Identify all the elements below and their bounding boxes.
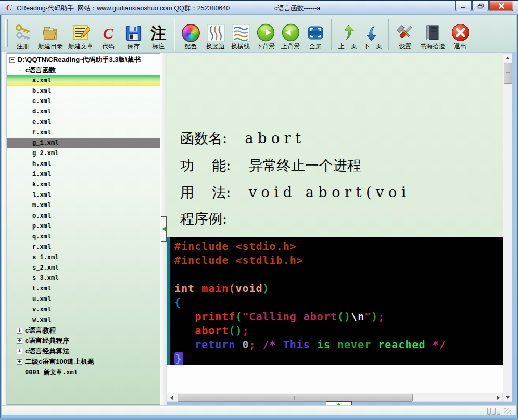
blank-area [167, 365, 503, 393]
tree-item[interactable]: v.xml [7, 304, 160, 315]
restore-button[interactable] [472, 1, 489, 11]
triangle-right-icon [497, 396, 500, 400]
splitter-collapse-handle[interactable] [161, 216, 167, 242]
tree-item[interactable]: +c语言经典程序 [7, 336, 160, 346]
toolbar-button-save[interactable]: 保存 [121, 15, 145, 50]
app-logo-icon: C [6, 3, 12, 12]
window-controls [454, 1, 513, 11]
vertical-scrollbar[interactable] [503, 53, 512, 402]
grip-bars-icon [486, 408, 500, 415]
expand-box-icon[interactable]: + [17, 328, 22, 334]
tree-item[interactable]: −D:\QQTN\CReading-代码助手3.3版\藏书 [7, 55, 160, 65]
tree-item-label: r.xml [32, 244, 51, 251]
tree-item[interactable]: +二级c语言100道上机题 [7, 357, 160, 367]
tree-item[interactable]: p.xml [7, 221, 160, 232]
left-edge-strip [2, 52, 7, 405]
toolbar-button-books[interactable]: 书海拾遗 [418, 15, 447, 50]
toolbar-button-annotate[interactable]: 注标注 [146, 15, 170, 50]
tree-item[interactable]: g_1.xml [7, 138, 160, 148]
tree-item[interactable]: t.xml [7, 284, 160, 294]
toolbar-button-keys[interactable]: 注册 [11, 15, 35, 50]
triangle-down-icon [506, 396, 510, 399]
document-title: c语言函数------a [274, 4, 320, 13]
toolbar-button-settings[interactable]: 设置 [393, 15, 417, 50]
tree-item[interactable]: r.xml [7, 242, 160, 252]
toolbar-button-prev-page[interactable]: 上一页 [336, 15, 360, 50]
tree-item-label: u.xml [32, 296, 51, 303]
minimize-button[interactable] [455, 1, 472, 11]
tree-item[interactable]: o.xml [7, 211, 160, 221]
tree-item[interactable]: h.xml [7, 159, 160, 169]
toolbar-button-label: 全屏 [309, 43, 322, 50]
tree-item[interactable]: u.xml [7, 294, 160, 304]
tree-item[interactable]: s_1.xml [7, 252, 160, 263]
new-folder-icon [41, 20, 60, 42]
tree-item[interactable]: l.xml [7, 190, 160, 200]
next-background-icon [256, 20, 275, 42]
tree-item[interactable]: s_2.xml [7, 263, 160, 273]
scroll-left-button[interactable] [167, 393, 175, 401]
vertical-scroll-thumb[interactable] [504, 63, 512, 84]
tree-item-label: c语言教程 [25, 326, 56, 335]
horizontal-scrollbar[interactable] [167, 393, 503, 402]
toolbar-button-prev-background[interactable]: 上背景 [279, 15, 302, 50]
tree-item-label: q.xml [32, 233, 51, 240]
splitter[interactable] [160, 53, 167, 405]
example-label-line: 程序例: [180, 210, 227, 228]
tree-item[interactable]: c.xml [7, 96, 160, 107]
tree-item-label: w.xml [32, 316, 51, 324]
toolbar-button-code-c[interactable]: C代码 [96, 15, 120, 50]
tree-item-label: D:\QQTN\CReading-代码助手3.3版\藏书 [18, 55, 141, 65]
tree-item-label: d.xml [32, 108, 51, 116]
expand-box-icon[interactable]: + [17, 338, 22, 344]
close-icon [498, 3, 505, 9]
prev-page-icon [338, 20, 358, 42]
tree-item-label: g_2.xml [32, 150, 58, 157]
tree-item[interactable]: i.xml [7, 169, 160, 180]
close-button[interactable] [489, 1, 513, 11]
toolbar-button-vertical-waves[interactable]: 换竖边 [204, 15, 228, 50]
tree-item-label: m.xml [32, 202, 51, 209]
books-icon [423, 20, 443, 42]
tree-item[interactable]: k.xml [7, 180, 160, 190]
tree-item[interactable]: d.xml [7, 107, 160, 117]
toolbar-button-new-article[interactable]: 新建文章 [66, 15, 95, 50]
tree-item[interactable]: e.xml [7, 117, 160, 128]
document-pane[interactable]: 函数名: a b o r t 功 能: 异常终止一个进程 用 法: v o i … [167, 53, 503, 393]
scroll-down-button[interactable] [503, 393, 512, 401]
toolbar-button-palette[interactable]: 配色 [179, 15, 203, 50]
tree-item[interactable]: +c语言教程 [7, 325, 160, 336]
tree-item[interactable]: −c语言函数 [7, 65, 160, 75]
resize-grip-icon[interactable] [504, 408, 511, 414]
toolbar-button-next-background[interactable]: 下背景 [254, 15, 277, 50]
tree-item[interactable]: m.xml [7, 200, 160, 211]
toolbar-button-horizontal-waves[interactable]: 换横线 [229, 15, 252, 50]
tree-item[interactable]: s_3.xml [7, 273, 160, 284]
tree-item-label: e.xml [32, 119, 51, 126]
code-line: #include <stdlib.h> [174, 253, 503, 268]
tree-item[interactable]: g_2.xml [7, 148, 160, 159]
expand-box-icon[interactable]: + [17, 349, 22, 354]
toolbar-button-fullscreen[interactable]: 全屏 [304, 15, 327, 50]
tree-item-label: c语言函数 [25, 66, 56, 75]
tree-item[interactable]: a.xml [7, 75, 160, 86]
tree-item-label: t.xml [32, 285, 51, 292]
expand-box-icon[interactable]: + [17, 359, 22, 365]
scroll-up-button[interactable] [503, 54, 512, 62]
tree-item[interactable]: b.xml [7, 86, 160, 96]
tree-item[interactable]: w.xml [7, 315, 160, 325]
scroll-right-button[interactable] [494, 393, 502, 401]
code-line: printf("Calling abort()\n"); [174, 310, 503, 324]
code-line: { [174, 296, 503, 310]
collapse-box-icon[interactable]: − [9, 57, 15, 63]
code-block[interactable]: #include <stdio.h>#include <stdlib.h> in… [167, 237, 503, 365]
tree-item[interactable]: q.xml [7, 232, 160, 242]
horizontal-scroll-thumb[interactable] [178, 394, 413, 402]
tree-item[interactable]: 0001_新文章.xml [7, 367, 160, 377]
tree-item[interactable]: +c语言经典算法 [7, 346, 160, 357]
toolbar-button-exit[interactable]: 退出 [448, 15, 472, 50]
toolbar-button-new-folder[interactable]: 新建目录 [36, 15, 65, 50]
tree-item[interactable]: f.xml [7, 128, 160, 138]
collapse-box-icon[interactable]: − [17, 68, 22, 73]
toolbar-button-next-page[interactable]: 下一页 [361, 15, 385, 50]
